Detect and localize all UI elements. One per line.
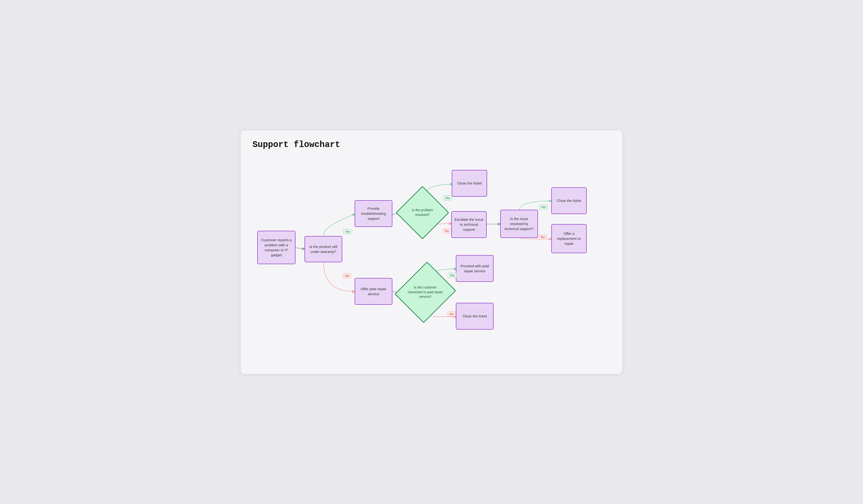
node-provide-troubleshooting: Provide troubleshooting support [355, 200, 392, 227]
label-no-tech: No [539, 235, 547, 240]
node-close-ticket-3: Close the ticket [456, 303, 493, 330]
node-proceed-paid: Proceed with paid repair service [456, 255, 493, 282]
label-no-warranty: No [343, 273, 351, 278]
label-no-interested: No [448, 312, 455, 316]
label-yes-problem: Yes [443, 196, 452, 200]
label-no-problem: No [443, 228, 451, 234]
diagram-container: Support flowchart [240, 130, 623, 374]
node-issue-resolved-tech: Is the issue resolved by technical suppo… [500, 210, 538, 238]
flowchart: Customer reports a problem with a comput… [252, 157, 611, 362]
node-customer-report: Customer reports a problem with a comput… [257, 231, 296, 264]
node-warranty-check: Is the product still under warranty? [304, 236, 342, 262]
label-yes-interested: Yes [448, 273, 456, 278]
node-close-ticket-1: Close the ticket [452, 170, 487, 197]
label-yes-tech: Yes [539, 204, 548, 210]
node-interested-paid: Is the customer interested in paid repai… [405, 269, 446, 315]
node-escalate-technical: Escalate the issue to technical support [451, 211, 487, 238]
node-problem-resolved: Is the problem resolved? [403, 194, 441, 231]
node-offer-replacement: Offer a replacement or repair [551, 224, 587, 253]
node-offer-paid-repair: Offer paid repair service [355, 278, 392, 305]
node-close-ticket-2: Close the ticket [551, 187, 587, 214]
diagram-title: Support flowchart [252, 140, 611, 150]
label-yes-warranty: Yes [343, 229, 352, 234]
svg-line-0 [294, 248, 305, 249]
